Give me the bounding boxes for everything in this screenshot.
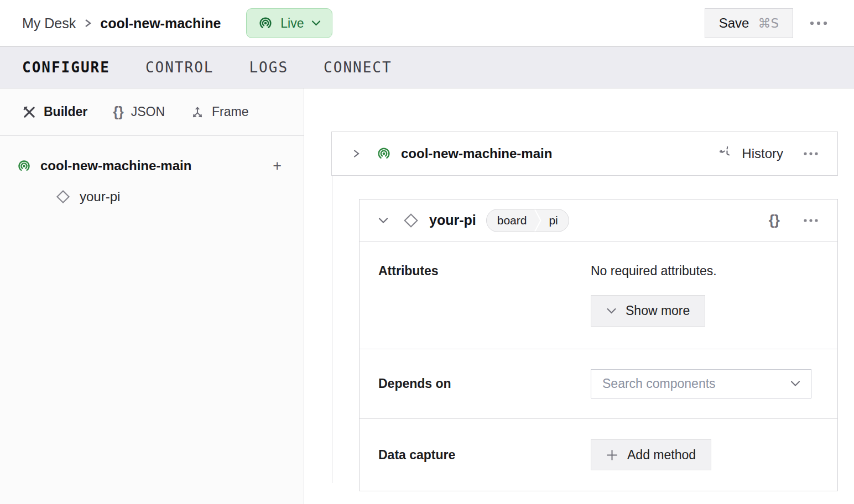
tree-item-label: your-pi [80,189,120,204]
show-more-label: Show more [626,303,690,318]
add-method-label: Add method [627,448,696,463]
view-tab-frame-label: Frame [212,104,248,119]
live-broadcast-icon [376,146,392,161]
show-more-button[interactable]: Show more [591,295,705,327]
ellipsis-icon [803,218,819,223]
tools-icon [22,105,37,119]
view-tab-builder-label: Builder [44,104,87,119]
component-tree: cool-new-machine-main + your-pi [0,136,304,212]
depends-on-label: Depends on [378,376,591,391]
badge-divider-icon [534,209,541,232]
tab-control[interactable]: CONTROL [145,59,214,76]
history-button-label: History [742,146,783,161]
component-overflow-menu-button[interactable] [800,215,822,226]
part-card-title: cool-new-machine-main [401,146,552,161]
breadcrumb-current: cool-new-machine [100,15,221,32]
attributes-section: Attributes No required attributes. Show … [360,242,837,349]
history-clock-icon [720,146,735,161]
view-tab-builder[interactable]: Builder [22,104,87,119]
chevron-down-icon [790,380,801,387]
depends-on-section: Depends on [360,349,837,418]
component-card-header: your-pi board pi {} [360,200,837,242]
add-component-button[interactable]: + [269,158,285,175]
tab-configure[interactable]: CONFIGURE [22,59,110,76]
chevron-right-icon [84,17,92,30]
part-overflow-menu-button[interactable] [800,148,822,159]
expand-part-card-button[interactable] [348,145,364,162]
breadcrumb-parent-link[interactable]: My Desk [22,15,76,32]
tree-item-label: cool-new-machine-main [40,158,269,174]
attributes-empty-text: No required attributes. [591,264,821,279]
attributes-label: Attributes [378,264,591,349]
component-json-button[interactable]: {} [767,211,782,230]
save-button-label: Save [719,15,749,31]
status-badge-label: Live [280,16,304,31]
machine-overflow-menu-button[interactable] [806,18,831,29]
tree-item-machine-part[interactable]: cool-new-machine-main + [0,150,304,181]
configure-main-panel: cool-new-machine-main History [304,88,854,504]
live-broadcast-icon [17,159,32,174]
view-mode-tabs: Builder {} JSON Frame [0,88,304,136]
diamond-icon [403,212,419,229]
tab-connect[interactable]: CONNECT [324,59,392,76]
add-method-button[interactable]: Add method [591,439,711,470]
view-tab-frame[interactable]: Frame [190,104,248,119]
live-broadcast-icon [258,15,273,31]
view-tab-json-label: JSON [131,104,165,119]
ellipsis-icon [810,21,827,25]
tab-logs[interactable]: LOGS [249,59,288,76]
component-card-title: your-pi [429,212,476,228]
depends-on-select[interactable] [591,369,811,398]
component-type-badge: board pi [486,209,569,232]
view-tab-json[interactable]: {} JSON [113,104,165,120]
plus-icon [606,449,618,461]
collapse-component-card-button[interactable] [375,214,392,227]
save-button[interactable]: Save ⌘S [705,8,793,38]
data-capture-label: Data capture [378,448,591,463]
badge-type: board [487,209,535,232]
tree-item-component[interactable]: your-pi [0,181,304,212]
machine-status-dropdown[interactable]: Live [246,8,332,38]
history-button[interactable]: History [720,146,783,161]
chevron-down-icon [311,20,321,27]
component-card: your-pi board pi {} Attributes [359,199,838,491]
breadcrumb: My Desk cool-new-machine [22,15,221,32]
search-components-input[interactable] [602,376,790,391]
configure-sidebar: Builder {} JSON Frame [0,88,304,504]
frame-axes-icon [190,105,205,119]
top-bar: My Desk cool-new-machine Live Save ⌘S [0,0,854,46]
machine-part-card: cool-new-machine-main History [331,132,838,176]
braces-icon: {} [113,104,123,120]
data-capture-section: Data capture Add method [360,418,837,491]
diamond-icon [55,189,71,204]
save-shortcut-hint: ⌘S [758,16,779,30]
machine-tab-bar: CONFIGURE CONTROL LOGS CONNECT [0,46,854,88]
chevron-down-icon [606,307,617,314]
ellipsis-icon [803,151,819,156]
tree-indent-guide [332,176,332,483]
badge-model: pi [541,209,568,232]
